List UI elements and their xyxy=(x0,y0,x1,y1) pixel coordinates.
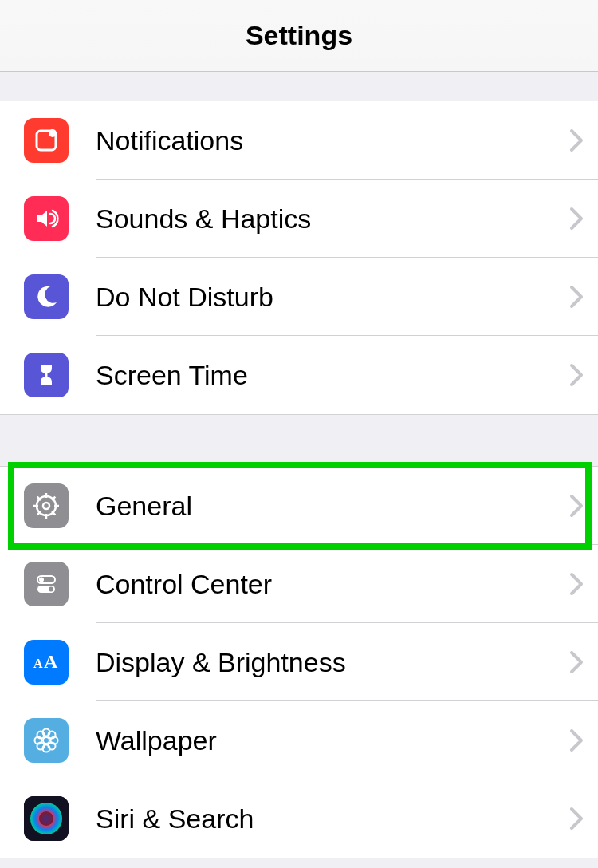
row-label: Wallpaper xyxy=(96,725,569,756)
chevron-right-icon xyxy=(569,728,584,752)
row-label: General xyxy=(96,491,569,522)
row-display-brightness[interactable]: A A Display & Brightness xyxy=(0,623,598,701)
row-label: Display & Brightness xyxy=(96,647,569,678)
chevron-right-icon xyxy=(569,807,584,831)
chevron-right-icon xyxy=(569,494,584,518)
row-sounds[interactable]: Sounds & Haptics xyxy=(0,180,598,258)
svg-point-13 xyxy=(39,578,44,582)
chevron-right-icon xyxy=(569,207,584,231)
page-title: Settings xyxy=(246,20,352,51)
settings-group-2: General Control Center A A Display & Bri… xyxy=(0,466,598,858)
moon-icon xyxy=(24,274,69,319)
chevron-right-icon xyxy=(569,363,584,387)
sounds-icon xyxy=(24,196,69,241)
header: Settings xyxy=(0,0,598,72)
svg-point-18 xyxy=(43,737,49,744)
row-label: Siri & Search xyxy=(96,803,569,834)
svg-text:A: A xyxy=(33,657,43,670)
row-notifications[interactable]: Notifications xyxy=(0,101,598,180)
row-do-not-disturb[interactable]: Do Not Disturb xyxy=(0,258,598,336)
flower-icon xyxy=(24,718,69,763)
hourglass-icon xyxy=(24,353,69,397)
row-general[interactable]: General xyxy=(0,467,598,545)
svg-point-3 xyxy=(43,503,49,509)
row-label: Screen Time xyxy=(96,360,569,391)
row-label: Do Not Disturb xyxy=(96,282,569,313)
toggles-icon xyxy=(24,562,69,606)
row-siri-search[interactable]: Siri & Search xyxy=(0,779,598,858)
notifications-icon xyxy=(24,118,69,163)
svg-point-1 xyxy=(49,129,57,137)
chevron-right-icon xyxy=(569,128,584,152)
row-label: Notifications xyxy=(96,125,569,156)
svg-point-29 xyxy=(39,811,53,826)
siri-icon xyxy=(24,796,69,841)
settings-group-1: Notifications Sounds & Haptics Do Not Di… xyxy=(0,101,598,415)
gear-icon xyxy=(24,483,69,528)
row-control-center[interactable]: Control Center xyxy=(0,545,598,623)
svg-text:A: A xyxy=(44,651,58,672)
chevron-right-icon xyxy=(569,572,584,596)
chevron-right-icon xyxy=(569,650,584,674)
svg-point-15 xyxy=(49,587,53,592)
row-label: Sounds & Haptics xyxy=(96,203,569,235)
row-screen-time[interactable]: Screen Time xyxy=(0,336,598,414)
aa-icon: A A xyxy=(24,640,69,685)
row-label: Control Center xyxy=(96,569,569,600)
row-wallpaper[interactable]: Wallpaper xyxy=(0,701,598,779)
chevron-right-icon xyxy=(569,285,584,309)
